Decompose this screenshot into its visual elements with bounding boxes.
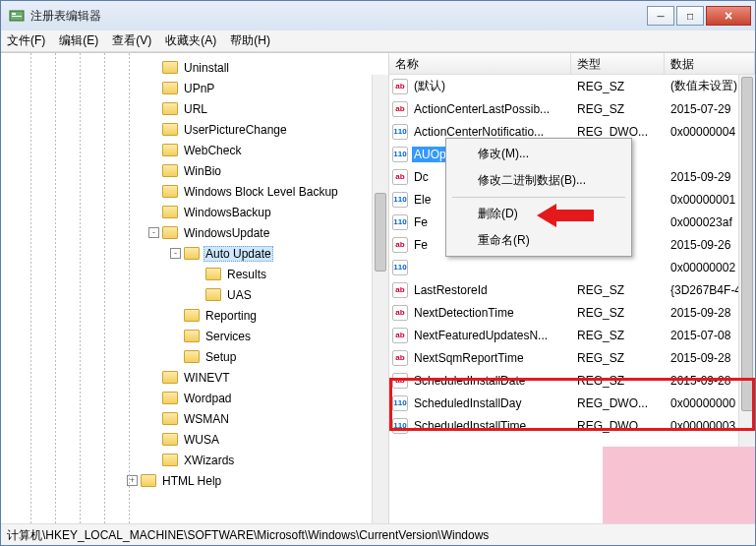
tree-item[interactable]: WSMAN — [1, 408, 388, 429]
context-delete[interactable]: 删除(D) — [448, 201, 629, 227]
tree-item-label: UAS — [225, 288, 254, 302]
context-rename[interactable]: 重命名(R) — [448, 227, 629, 254]
list-row[interactable]: abNextDetectionTimeREG_SZ2015-09-28 — [389, 301, 755, 324]
menu-view[interactable]: 查看(V) — [112, 32, 151, 49]
list-row[interactable]: 110ScheduledInstallDayREG_DWO...0x000000… — [389, 392, 755, 414]
tree-item-label: XWizards — [182, 454, 236, 467]
dword-value-icon: 110 — [392, 395, 408, 411]
tree-item[interactable]: -WindowsUpdate — [1, 222, 388, 243]
close-button[interactable]: × — [706, 6, 751, 26]
value-type: REG_SZ — [571, 329, 665, 342]
list-row[interactable]: abNextFeaturedUpdatesN...REG_SZ2015-07-0… — [389, 324, 755, 346]
string-value-icon: ab — [392, 305, 408, 321]
value-type: REG_SZ — [571, 374, 665, 388]
tree-item[interactable]: UPnP — [1, 78, 388, 98]
tree-item[interactable]: Results — [1, 264, 388, 284]
folder-icon — [162, 392, 178, 404]
string-value-icon: ab — [392, 169, 408, 185]
list-row[interactable]: abActionCenterLastPossib...REG_SZ2015-07… — [389, 97, 755, 120]
tree-item[interactable]: Reporting — [1, 305, 388, 326]
statusbar: 计算机\HKEY_LOCAL_MACHINE\SOFTWARE\Microsof… — [1, 523, 755, 545]
menu-help[interactable]: 帮助(H) — [230, 32, 270, 49]
folder-icon — [162, 164, 178, 177]
tree-item[interactable]: UserPictureChange — [1, 119, 388, 140]
folder-icon — [162, 123, 178, 136]
context-modify-binary[interactable]: 修改二进制数据(B)... — [448, 167, 629, 194]
tree-item[interactable]: WindowsBackup — [1, 202, 388, 222]
tree-item[interactable]: -Auto Update — [1, 243, 388, 264]
list-row[interactable]: 1100x00000002 — [389, 256, 755, 278]
tree-item[interactable]: Setup — [1, 346, 388, 367]
folder-icon — [162, 454, 178, 466]
window-title: 注册表编辑器 — [30, 8, 647, 25]
value-name: (默认) — [412, 77, 571, 95]
tree-item[interactable]: WINEVT — [1, 367, 388, 388]
menu-file[interactable]: 文件(F) — [7, 32, 45, 49]
tree-scrollbar-thumb[interactable] — [375, 193, 386, 272]
tree-item[interactable]: WebCheck — [1, 140, 388, 160]
list-row[interactable]: 110ScheduledInstallTimeREG_DWO...0x00000… — [389, 414, 755, 437]
minimize-button[interactable]: ─ — [647, 6, 674, 26]
listview-scrollbar-thumb[interactable] — [741, 77, 753, 411]
string-value-icon: ab — [392, 328, 408, 343]
value-name — [412, 267, 571, 269]
tree-item-label: WebCheck — [182, 144, 243, 157]
app-icon — [9, 8, 25, 24]
tree-item-label: UserPictureChange — [182, 123, 289, 137]
folder-icon — [162, 433, 178, 446]
header-name[interactable]: 名称 — [389, 53, 571, 74]
tree-item-label: WinBio — [182, 164, 223, 178]
tree-item[interactable]: Services — [1, 326, 388, 346]
tree-toggle-icon[interactable]: - — [148, 227, 159, 238]
tree-item-label: WindowsBackup — [182, 206, 273, 219]
string-value-icon: ab — [392, 350, 408, 366]
listview-header: 名称 类型 数据 — [389, 53, 755, 75]
tree-item[interactable]: Wordpad — [1, 388, 388, 408]
value-type: REG_DWO... — [571, 125, 665, 139]
menu-favorites[interactable]: 收藏夹(A) — [165, 32, 216, 49]
tree-item[interactable]: UAS — [1, 284, 388, 305]
folder-icon — [184, 247, 200, 260]
tree-item[interactable]: XWizards — [1, 450, 388, 470]
content-area: UninstallUPnPURLUserPictureChangeWebChec… — [1, 52, 755, 523]
tree-item-label: Uninstall — [182, 61, 231, 75]
tree-item[interactable]: Uninstall — [1, 57, 388, 78]
tree-item[interactable]: URL — [1, 98, 388, 119]
tree-toggle-icon[interactable]: + — [127, 475, 138, 486]
listview-panel[interactable]: 名称 类型 数据 ab(默认)REG_SZ(数值未设置)abActionCent… — [389, 53, 755, 523]
dword-value-icon: 110 — [392, 192, 408, 208]
folder-icon — [162, 185, 178, 198]
header-data[interactable]: 数据 — [665, 53, 755, 74]
value-name: LastRestoreId — [412, 282, 571, 298]
context-modify[interactable]: 修改(M)... — [448, 141, 629, 167]
tree-scrollbar[interactable] — [372, 75, 388, 523]
dword-value-icon: 110 — [392, 147, 408, 162]
tree-item[interactable]: WUSA — [1, 429, 388, 450]
value-name: NextFeaturedUpdatesN... — [412, 328, 571, 343]
list-row[interactable]: abNextSqmReportTimeREG_SZ2015-09-28 — [389, 346, 755, 369]
value-type: REG_SZ — [571, 283, 665, 297]
list-row[interactable]: ab(默认)REG_SZ(数值未设置) — [389, 75, 755, 97]
tree-item-label: Reporting — [204, 309, 259, 323]
menu-edit[interactable]: 编辑(E) — [59, 32, 98, 49]
tree-toggle-icon[interactable]: - — [170, 248, 181, 259]
titlebar[interactable]: 注册表编辑器 ─ □ × — [1, 1, 755, 30]
header-type[interactable]: 类型 — [571, 53, 665, 74]
tree-panel[interactable]: UninstallUPnPURLUserPictureChangeWebChec… — [1, 53, 389, 523]
value-type: REG_SZ — [571, 351, 665, 365]
string-value-icon: ab — [392, 282, 408, 298]
tree-item[interactable]: +HTML Help — [1, 470, 388, 491]
registry-editor-window: 注册表编辑器 ─ □ × 文件(F) 编辑(E) 查看(V) 收藏夹(A) 帮助… — [0, 0, 756, 546]
menubar: 文件(F) 编辑(E) 查看(V) 收藏夹(A) 帮助(H) — [1, 30, 755, 52]
tree-item[interactable]: Windows Block Level Backup — [1, 181, 388, 202]
folder-icon — [205, 288, 221, 301]
folder-icon — [205, 268, 221, 280]
list-row[interactable]: abLastRestoreIdREG_SZ{3D267B4F-4 — [389, 278, 755, 301]
tree-item-label: HTML Help — [160, 474, 223, 488]
list-row[interactable]: abScheduledInstallDateREG_SZ2015-09-28 — [389, 369, 755, 392]
tree-item[interactable]: WinBio — [1, 160, 388, 181]
folder-icon — [141, 474, 156, 487]
value-type: REG_SZ — [571, 102, 665, 116]
maximize-button[interactable]: □ — [676, 6, 704, 26]
tree-item-label: Services — [204, 330, 253, 343]
